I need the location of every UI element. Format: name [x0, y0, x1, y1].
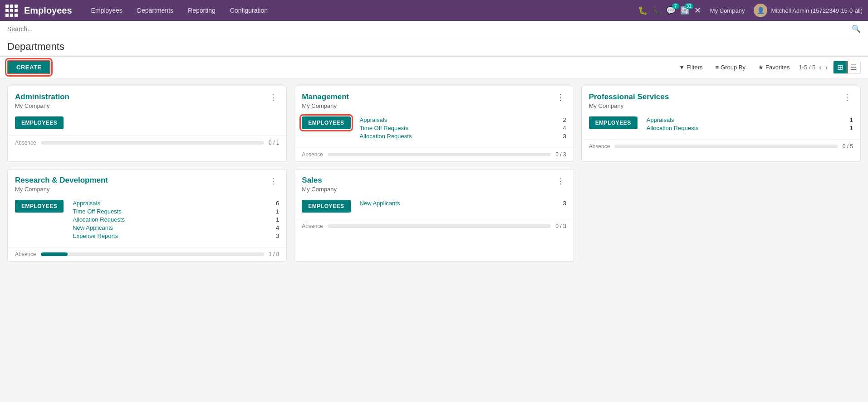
absence-bar	[328, 224, 551, 228]
kebab-menu-icon[interactable]: ⋮	[267, 92, 279, 102]
stat-label[interactable]: Time Off Requests	[73, 208, 122, 215]
departments-grid: AdministrationMy Company⋮EMPLOYEESAbsenc…	[0, 78, 868, 169]
company-selector[interactable]: My Company	[706, 7, 750, 14]
kebab-menu-icon[interactable]: ⋮	[554, 92, 566, 102]
bug-icon[interactable]: 🐛	[638, 6, 647, 15]
card-header: Research & DevelopmentMy Company⋮	[8, 170, 286, 196]
stat-value: 3	[563, 133, 566, 140]
search-bar: 🔍	[0, 21, 868, 37]
stat-label[interactable]: Allocation Requests	[647, 125, 699, 131]
stat-label[interactable]: Appraisals	[647, 116, 674, 123]
nav-configuration[interactable]: Configuration	[224, 4, 274, 17]
card-stats: Appraisals1Allocation Requests1	[647, 116, 853, 133]
kanban-view-button[interactable]: ⊞	[834, 61, 847, 73]
search-input[interactable]	[7, 25, 852, 33]
stat-label[interactable]: Appraisals	[360, 116, 387, 123]
user-menu[interactable]: 👤 Mitchell Admin (15722349-15-0-all)	[754, 4, 863, 17]
card-footer: Absence0 / 3	[294, 147, 573, 161]
favorites-button[interactable]: ★ Favorites	[755, 62, 793, 73]
next-page-button[interactable]: ›	[825, 63, 828, 72]
card-footer: Absence0 / 1	[8, 136, 286, 150]
prev-page-button[interactable]: ‹	[819, 63, 821, 72]
stat-row: Appraisals2	[360, 116, 566, 123]
employees-button[interactable]: EMPLOYEES	[15, 116, 64, 129]
nav-departments[interactable]: Departments	[131, 4, 180, 17]
stat-label[interactable]: Expense Reports	[73, 232, 118, 239]
kebab-menu-icon[interactable]: ⋮	[554, 176, 566, 186]
card-header: AdministrationMy Company⋮	[8, 86, 286, 113]
card-body: EMPLOYEESAppraisals1Allocation Requests1	[582, 113, 860, 139]
kebab-menu-icon[interactable]: ⋮	[267, 176, 279, 186]
stat-value: 6	[276, 200, 279, 207]
card-body: EMPLOYEESNew Applicants3	[294, 196, 573, 219]
nav-employees[interactable]: Employees	[85, 4, 129, 17]
app-name: Employees	[24, 5, 72, 16]
employees-button[interactable]: EMPLOYEES	[15, 200, 64, 213]
absence-count: 0 / 3	[555, 151, 566, 158]
dept-company: My Company	[15, 102, 69, 109]
empty-slot	[581, 169, 861, 262]
user-name: Mitchell Admin (15722349-15-0-all)	[771, 7, 863, 14]
stat-label[interactable]: Time Off Requests	[360, 125, 409, 131]
stat-row: Time Off Requests1	[73, 208, 279, 215]
absence-bar-fill	[41, 252, 68, 256]
dept-card-management: ManagementMy Company⋮EMPLOYEESAppraisals…	[294, 86, 574, 162]
stat-label[interactable]: New Applicants	[73, 224, 113, 231]
stat-row: Appraisals1	[647, 116, 853, 123]
action-bar: CREATE ▼ Filters ≡ Group By ★ Favorites …	[0, 57, 868, 78]
stat-row: Expense Reports3	[73, 232, 279, 239]
list-view-button[interactable]: ☰	[847, 61, 860, 73]
card-stats: Appraisals2Time Off Requests4Allocation …	[360, 116, 566, 141]
stat-row: Time Off Requests4	[360, 125, 566, 131]
absence-label: Absence	[15, 251, 36, 257]
stat-row: Allocation Requests1	[647, 125, 853, 131]
employees-button[interactable]: EMPLOYEES	[302, 116, 350, 129]
card-stats: Appraisals6Time Off Requests1Allocation …	[73, 200, 279, 241]
absence-bar	[614, 145, 838, 148]
search-icon[interactable]: 🔍	[852, 24, 861, 33]
chat-icon[interactable]: 💬7	[666, 6, 676, 15]
dept-name: Sales	[302, 176, 337, 185]
create-button[interactable]: CREATE	[7, 60, 50, 74]
stat-value: 3	[276, 232, 279, 239]
phone-icon[interactable]: 📞	[652, 6, 662, 15]
main-nav: Employees Departments Reporting Configur…	[85, 4, 638, 17]
absence-bar	[328, 153, 551, 156]
stat-value: 4	[276, 224, 279, 231]
card-stats: New Applicants3	[360, 200, 566, 208]
absence-count: 1 / 8	[269, 251, 279, 257]
star-icon: ★	[758, 64, 764, 71]
dept-card-administration: AdministrationMy Company⋮EMPLOYEESAbsenc…	[7, 86, 287, 162]
dept-name: Management	[302, 92, 349, 102]
stat-label[interactable]: New Applicants	[360, 200, 400, 207]
filters-button[interactable]: ▼ Filters	[675, 62, 706, 73]
chat-badge: 7	[672, 3, 679, 9]
card-footer: Absence0 / 5	[582, 139, 860, 153]
apps-icon[interactable]	[5, 5, 18, 17]
stat-label[interactable]: Allocation Requests	[73, 216, 125, 223]
group-by-button[interactable]: ≡ Group By	[712, 62, 750, 73]
stat-value: 1	[276, 216, 279, 223]
stat-label[interactable]: Allocation Requests	[360, 133, 412, 140]
stat-row: New Applicants3	[360, 200, 566, 207]
avatar: 👤	[754, 4, 767, 17]
stat-label[interactable]: Appraisals	[73, 200, 100, 207]
activity-icon[interactable]: 🔄31	[680, 6, 690, 15]
employees-button[interactable]: EMPLOYEES	[589, 116, 638, 129]
dept-name: Administration	[15, 92, 69, 102]
card-header: SalesMy Company⋮	[294, 170, 573, 196]
kebab-menu-icon[interactable]: ⋮	[841, 92, 853, 102]
card-footer: Absence0 / 3	[294, 219, 573, 233]
nav-reporting[interactable]: Reporting	[181, 4, 222, 17]
topbar-icons: 🐛 📞 💬7 🔄31 ✕ My Company 👤 Mitchell Admin…	[638, 4, 863, 17]
view-toggle: ⊞ ☰	[833, 61, 861, 74]
card-body: EMPLOYEESAppraisals2Time Off Requests4Al…	[294, 113, 573, 147]
page-title: Departments	[7, 41, 64, 53]
dept-name: Research & Development	[15, 176, 108, 185]
card-header: ManagementMy Company⋮	[294, 86, 573, 113]
departments-grid-row2: Research & DevelopmentMy Company⋮EMPLOYE…	[0, 169, 868, 269]
employees-button[interactable]: EMPLOYEES	[302, 200, 350, 213]
close-icon[interactable]: ✕	[694, 5, 701, 15]
stat-row: Allocation Requests3	[360, 133, 566, 140]
activity-badge: 31	[685, 3, 693, 9]
